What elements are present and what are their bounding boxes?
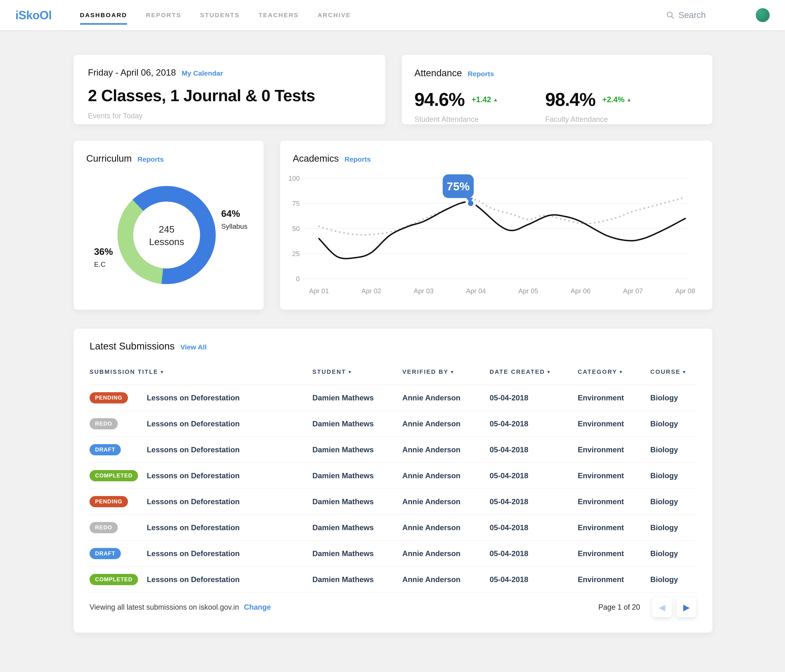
top-navigation-bar: iSkoOl DASHBOARD REPORTS STUDENTS TEACHE… xyxy=(0,0,785,30)
academics-card: Academics Reports 1007550250Apr 01Apr 02… xyxy=(280,141,712,309)
nav-item-students[interactable]: STUDENTS xyxy=(200,0,240,30)
status-badge: REDO xyxy=(89,418,118,430)
cell-student: Damien Mathews xyxy=(312,394,402,402)
svg-text:25: 25 xyxy=(292,250,300,258)
attendance-title: Attendance xyxy=(414,67,462,78)
faculty-attendance-delta: +2.4% ▲ xyxy=(602,95,632,104)
table-row[interactable]: REDO Lessons on Deforestation Damien Mat… xyxy=(89,411,696,437)
cell-submission-title: Lessons on Deforestation xyxy=(147,472,312,480)
cell-category: Environment xyxy=(578,549,650,558)
ec-slice-label: 36% E.C xyxy=(94,246,113,268)
cell-submission-title: Lessons on Deforestation xyxy=(147,445,312,454)
cell-category: Environment xyxy=(578,497,650,506)
cell-course: Biology xyxy=(650,472,696,480)
table-row[interactable]: DRAFT Lessons on Deforestation Damien Ma… xyxy=(89,541,696,567)
nav-item-dashboard[interactable]: DASHBOARD xyxy=(80,0,127,30)
previous-page-button[interactable]: ◀ xyxy=(652,597,672,617)
events-headline: 2 Classes, 1 Journal & 0 Tests xyxy=(88,86,371,105)
attendance-reports-link[interactable]: Reports xyxy=(468,70,494,78)
svg-text:Lessons: Lessons xyxy=(149,236,184,247)
column-header-category[interactable]: CATEGORY▾ xyxy=(578,369,650,375)
column-header-student[interactable]: STUDENT▾ xyxy=(312,369,402,375)
svg-text:75: 75 xyxy=(292,200,300,207)
column-header-course[interactable]: COURSE▾ xyxy=(650,369,696,375)
cell-date-created: 05-04-2018 xyxy=(489,575,578,584)
page-indicator: Page 1 of 20 xyxy=(598,603,640,611)
cell-student: Damien Mathews xyxy=(312,549,402,558)
svg-text:0: 0 xyxy=(296,275,300,283)
status-badge: COMPLETED xyxy=(89,470,138,481)
status-badge: PENDING xyxy=(89,496,128,507)
next-page-button[interactable]: ▶ xyxy=(676,597,696,617)
cell-course: Biology xyxy=(650,575,696,584)
curriculum-donut-chart[interactable]: 245 Lessons xyxy=(117,185,217,285)
svg-text:75%: 75% xyxy=(447,180,469,193)
table-footer: Viewing all latest submissions on iskool… xyxy=(89,597,696,617)
sort-caret-icon: ▾ xyxy=(349,369,352,375)
my-calendar-link[interactable]: My Calendar xyxy=(181,69,223,77)
table-row[interactable]: COMPLETED Lessons on Deforestation Damie… xyxy=(89,463,696,489)
cell-date-created: 05-04-2018 xyxy=(489,524,578,532)
curriculum-reports-link[interactable]: Reports xyxy=(138,155,164,163)
change-scope-link[interactable]: Change xyxy=(244,603,271,611)
attendance-card: Attendance Reports 94.6% +1.42 ▲ Student… xyxy=(402,55,712,124)
faculty-attendance-label: Faculty Attendance xyxy=(545,115,676,123)
nav-item-archive[interactable]: ARCHIVE xyxy=(317,0,351,30)
table-header-row: SUBMISSION TITLE▾ STUDENT▾ VERIFIED BY▾ … xyxy=(89,369,696,385)
table-row[interactable]: REDO Lessons on Deforestation Damien Mat… xyxy=(89,515,696,541)
calendar-card: Friday - April 06, 2018 My Calendar 2 Cl… xyxy=(73,55,385,124)
table-row[interactable]: DRAFT Lessons on Deforestation Damien Ma… xyxy=(89,437,696,463)
table-row[interactable]: COMPLETED Lessons on Deforestation Damie… xyxy=(89,567,696,593)
search-input[interactable] xyxy=(678,10,746,20)
curriculum-title: Curriculum xyxy=(86,153,131,164)
cell-date-created: 05-04-2018 xyxy=(489,445,578,454)
academics-title: Academics xyxy=(293,153,339,164)
cell-verified-by: Annie Anderson xyxy=(402,445,489,454)
table-row[interactable]: PENDING Lessons on Deforestation Damien … xyxy=(89,385,696,411)
events-subtitle: Events for Today xyxy=(88,112,371,120)
svg-text:Apr 07: Apr 07 xyxy=(623,287,643,295)
cell-student: Damien Mathews xyxy=(312,472,402,480)
main-menu: DASHBOARD REPORTS STUDENTS TEACHERS ARCH… xyxy=(80,0,351,30)
chevron-right-icon: ▶ xyxy=(683,602,690,612)
sort-caret-icon: ▾ xyxy=(547,369,550,375)
sort-caret-icon: ▾ xyxy=(451,369,454,375)
latest-submissions-card: Latest Submissions View All SUBMISSION T… xyxy=(73,329,712,633)
academics-reports-link[interactable]: Reports xyxy=(344,155,371,163)
svg-text:Apr 02: Apr 02 xyxy=(361,287,381,295)
column-header-submission-title[interactable]: SUBMISSION TITLE▾ xyxy=(89,369,312,375)
up-arrow-icon: ▲ xyxy=(627,97,632,103)
sort-caret-icon: ▾ xyxy=(619,369,623,375)
cell-course: Biology xyxy=(650,549,696,558)
svg-text:Apr 04: Apr 04 xyxy=(466,287,486,295)
cell-submission-title: Lessons on Deforestation xyxy=(147,575,312,584)
student-attendance-value: 94.6% xyxy=(414,89,464,110)
nav-item-reports[interactable]: REPORTS xyxy=(146,0,181,30)
syllabus-slice-label: 64% Syllabus xyxy=(221,208,247,230)
cell-student: Damien Mathews xyxy=(312,420,402,428)
column-header-date-created[interactable]: DATE CREATED▾ xyxy=(489,369,578,375)
cell-submission-title: Lessons on Deforestation xyxy=(147,420,312,428)
search-box[interactable] xyxy=(666,10,746,20)
submissions-title: Latest Submissions xyxy=(89,341,175,352)
calendar-date: Friday - April 06, 2018 xyxy=(88,67,176,78)
cell-course: Biology xyxy=(650,445,696,454)
cell-category: Environment xyxy=(578,524,650,532)
faculty-attendance-stat: 98.4% +2.4% ▲ Faculty Attendance xyxy=(545,89,676,123)
nav-item-teachers[interactable]: TEACHERS xyxy=(258,0,299,30)
view-all-link[interactable]: View All xyxy=(180,343,207,351)
svg-text:Apr 06: Apr 06 xyxy=(571,287,590,295)
cell-verified-by: Annie Anderson xyxy=(402,524,489,532)
cell-student: Damien Mathews xyxy=(312,575,402,584)
cell-submission-title: Lessons on Deforestation xyxy=(147,497,312,506)
cell-category: Environment xyxy=(578,575,650,584)
up-arrow-icon: ▲ xyxy=(493,97,498,103)
academics-line-chart[interactable]: 1007550250Apr 01Apr 02Apr 03Apr 04Apr 05… xyxy=(288,174,695,301)
table-row[interactable]: PENDING Lessons on Deforestation Damien … xyxy=(89,489,696,515)
viewing-scope-text: Viewing all latest submissions on iskool… xyxy=(89,603,271,611)
svg-text:100: 100 xyxy=(288,175,300,182)
column-header-verified-by[interactable]: VERIFIED BY▾ xyxy=(402,369,489,375)
user-avatar[interactable] xyxy=(756,8,770,22)
status-badge: REDO xyxy=(89,522,118,533)
status-badge: DRAFT xyxy=(89,548,121,559)
